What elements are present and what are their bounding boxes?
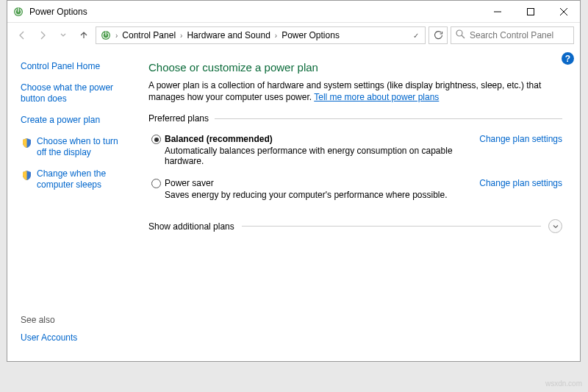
plan-radio-balanced[interactable]: [151, 135, 161, 144]
page-description: A power plan is a collection of hardware…: [148, 79, 562, 103]
titlebar: Power Options: [7, 1, 580, 23]
content-area: Control Panel Home Choose what the power…: [7, 48, 580, 361]
breadcrumb-item[interactable]: Control Panel: [121, 30, 177, 40]
page-heading: Choose or customize a power plan: [148, 61, 562, 74]
sidebar: Control Panel Home Choose what the power…: [7, 48, 140, 361]
control-panel-home-link[interactable]: Control Panel Home: [21, 61, 129, 72]
help-icon[interactable]: ?: [562, 52, 574, 65]
address-bar[interactable]: › Control Panel › Hardware and Sound › P…: [96, 26, 426, 44]
sidebar-item: Change when the computer sleeps: [21, 168, 129, 190]
back-button[interactable]: [13, 26, 31, 44]
sidebar-item: Choose when to turn off the display: [21, 136, 129, 158]
see-also-title: See also: [21, 315, 129, 325]
change-plan-settings-link[interactable]: Change plan settings: [479, 178, 562, 200]
address-dropdown-icon[interactable]: ✓: [410, 32, 422, 40]
main-panel: ? Choose or customize a power plan A pow…: [140, 48, 580, 361]
divider: [242, 226, 541, 227]
learn-more-link[interactable]: Tell me more about power plans: [314, 92, 439, 102]
window-controls: [481, 1, 580, 22]
chevron-right-icon[interactable]: ›: [273, 32, 279, 40]
plan-name: Power saver: [165, 178, 479, 188]
window-title: Power Options: [29, 7, 87, 17]
minimize-button[interactable]: [481, 1, 514, 22]
refresh-button[interactable]: [429, 26, 448, 44]
expand-button[interactable]: [548, 219, 562, 233]
forward-button[interactable]: [34, 26, 51, 44]
see-also-section: See also User Accounts: [21, 315, 129, 354]
see-also-link[interactable]: User Accounts: [21, 332, 129, 343]
plan-radio-powersaver[interactable]: [151, 179, 161, 188]
show-additional-label: Show additional plans: [148, 221, 242, 232]
maximize-button[interactable]: [514, 1, 547, 22]
plan-description: Saves energy by reducing your computer's…: [165, 190, 479, 200]
chevron-right-icon[interactable]: ›: [179, 32, 184, 40]
shield-icon: [21, 169, 32, 181]
close-button[interactable]: [547, 1, 580, 22]
search-box[interactable]: [451, 26, 574, 44]
navbar: › Control Panel › Hardware and Sound › P…: [7, 23, 580, 48]
plan-description: Automatically balances performance with …: [165, 146, 479, 166]
shield-icon: [21, 137, 32, 149]
preferred-plans-legend: Preferred plans: [148, 113, 215, 124]
plan-row: Balanced (recommended) Automatically bal…: [148, 129, 562, 174]
show-additional-plans-row: Show additional plans: [148, 216, 562, 233]
plan-name: Balanced (recommended): [165, 134, 479, 144]
svg-rect-2: [527, 8, 534, 15]
breadcrumb-item[interactable]: Power Options: [280, 30, 341, 40]
search-icon: [456, 29, 465, 41]
sidebar-link-power-button[interactable]: Choose what the power button does: [21, 82, 129, 104]
chevron-right-icon[interactable]: ›: [114, 32, 119, 40]
power-icon: [12, 5, 25, 18]
change-plan-settings-link[interactable]: Change plan settings: [479, 134, 562, 166]
svg-line-7: [462, 35, 465, 38]
sidebar-link-sleep[interactable]: Change when the computer sleeps: [37, 168, 129, 190]
sidebar-link-display-off[interactable]: Choose when to turn off the display: [37, 136, 129, 158]
recent-locations-button[interactable]: [54, 26, 72, 44]
breadcrumb-item[interactable]: Hardware and Sound: [185, 30, 271, 40]
preferred-plans-group: Preferred plans Balanced (recommended) A…: [148, 113, 562, 207]
power-options-window: Power Options: [7, 0, 581, 362]
svg-point-6: [456, 30, 462, 36]
up-button[interactable]: [75, 26, 93, 44]
plan-row: Power saver Saves energy by reducing you…: [148, 174, 562, 207]
watermark: wsxdn.com: [545, 379, 582, 388]
power-icon: [99, 29, 112, 42]
search-input[interactable]: [470, 30, 569, 40]
sidebar-link-create-plan[interactable]: Create a power plan: [21, 115, 129, 126]
